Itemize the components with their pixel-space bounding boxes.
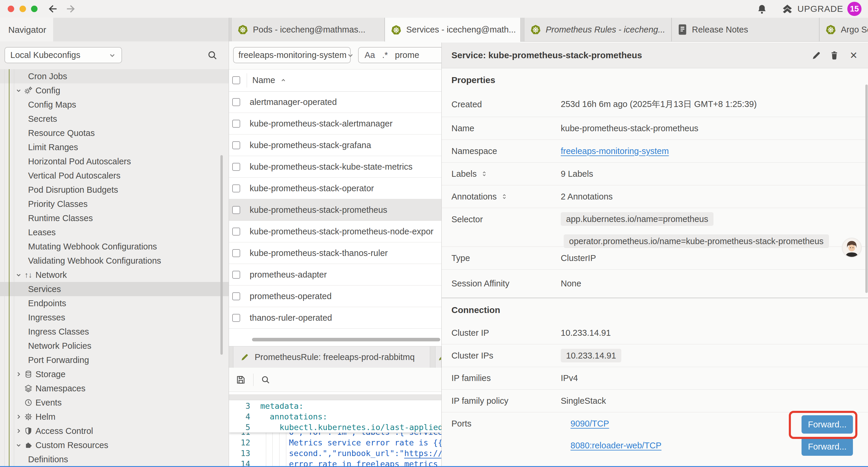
tab-release-notes[interactable]: Release Notes	[672, 18, 819, 41]
select-all-checkbox[interactable]	[232, 76, 240, 84]
sidebar-item-events[interactable]: Events	[0, 396, 229, 410]
sidebar-item-ingress-classes[interactable]: Ingress Classes	[0, 324, 229, 339]
regex-toggle[interactable]: .*	[382, 50, 388, 60]
sidebar-item-limit-ranges[interactable]: Limit Ranges	[0, 140, 229, 154]
port-link-9090[interactable]: 9090/TCP	[570, 419, 609, 429]
name-column-header[interactable]: Name	[252, 76, 275, 85]
editor-scroll-strip[interactable]	[229, 394, 441, 400]
delete-trash-icon[interactable]	[829, 50, 839, 60]
list-item[interactable]: prometheus-operated	[229, 286, 441, 307]
sidebar-item-leases[interactable]: Leases	[0, 225, 229, 239]
forward-button-8080[interactable]: Forward...	[802, 437, 853, 456]
chevron-down-icon[interactable]	[14, 271, 23, 279]
list-item[interactable]: kube-prometheus-stack-prometheus-node-ex…	[229, 221, 441, 242]
list-item[interactable]: kube-prometheus-stack-thanos-ruler	[229, 242, 441, 264]
tab-services[interactable]: Services - icecheng@math... ×	[385, 18, 521, 42]
row-checkbox[interactable]	[232, 314, 240, 322]
sidebar-item-port-forwarding[interactable]: Port Forwarding	[0, 353, 229, 367]
sidebar-item-definitions[interactable]: Definitions	[0, 452, 229, 466]
save-icon[interactable]	[236, 375, 246, 385]
sidebar-item-custom-resources[interactable]: Custom Resources	[0, 438, 229, 452]
namespace-select[interactable]: freeleaps-monitoring-system	[233, 47, 351, 63]
match-case-toggle[interactable]: Aa	[365, 50, 375, 60]
sidebar-item-services[interactable]: Services	[0, 282, 229, 296]
row-checkbox[interactable]	[232, 184, 240, 193]
sidebar-item-namespaces[interactable]: Namespaces	[0, 381, 229, 396]
close-panel-icon[interactable]: ×	[850, 49, 857, 61]
code-link[interactable]: https://net	[404, 449, 441, 458]
list-item[interactable]: thanos-ruler-operated	[229, 307, 441, 329]
zoom-window-button[interactable]	[31, 6, 37, 12]
sidebar-item-helm[interactable]: Helm	[0, 410, 229, 424]
tab-argo[interactable]: Argo Se	[819, 18, 868, 41]
row-checkbox[interactable]	[232, 271, 240, 279]
sidebar-item-resource-quotas[interactable]: Resource Quotas	[0, 126, 229, 140]
tab-navigator[interactable]: Navigator	[0, 18, 53, 42]
sidebar-item-pod-disruption-budgets[interactable]: Pod Disruption Budgets	[0, 183, 229, 197]
sidebar-item-config-maps[interactable]: Config Maps	[0, 97, 229, 112]
row-checkbox[interactable]	[232, 120, 240, 128]
list-item[interactable]: kube-prometheus-stack-alertmanager	[229, 113, 441, 135]
list-item[interactable]: prometheus-adapter	[229, 264, 441, 286]
list-item[interactable]: kube-prometheus-stack-operator	[229, 178, 441, 199]
expand-sort-icon[interactable]	[501, 193, 508, 200]
sidebar-item-horizontal-pod-autoscalers[interactable]: Horizontal Pod Autoscalers	[0, 154, 229, 169]
search-icon[interactable]	[207, 50, 218, 61]
list-item[interactable]: alertmanager-operated	[229, 91, 441, 113]
sidebar-item-priority-classes[interactable]: Priority Classes	[0, 197, 229, 211]
sidebar-item-config[interactable]: Config	[0, 83, 229, 97]
property-value[interactable]: 9 Labels	[561, 169, 868, 179]
notifications-bell-icon[interactable]	[756, 4, 768, 15]
sidebar-item-runtime-classes[interactable]: Runtime Classes	[0, 211, 229, 225]
sidebar-item-storage[interactable]: Storage	[0, 367, 229, 381]
row-checkbox[interactable]	[232, 206, 240, 214]
sidebar-item-validating-webhook-configurations[interactable]: Validating Webhook Configurations	[0, 254, 229, 268]
sidebar-item-access-control[interactable]: Access Control	[0, 424, 229, 438]
sidebar-item-network[interactable]: ↑↓ Network	[0, 268, 229, 282]
editor-tab-prometheusrule[interactable]: PrometheusRule: freeleaps-prod-rabbitmq	[233, 346, 430, 368]
sidebar-item-mutating-webhook-configurations[interactable]: Mutating Webhook Configurations	[0, 239, 229, 254]
row-checkbox[interactable]	[232, 292, 240, 300]
selector-chip[interactable]: operator.prometheus.io/name=kube-prometh…	[564, 234, 829, 248]
chevron-right-icon[interactable]	[14, 413, 23, 420]
kubeconfig-select[interactable]: Local Kubeconfigs	[4, 47, 122, 63]
edit-pencil-icon[interactable]	[812, 50, 822, 60]
search-input[interactable]: Aa .* prome	[358, 47, 441, 63]
property-value[interactable]: 2 Annotations	[561, 192, 868, 202]
list-item[interactable]: kube-prometheus-stack-grafana	[229, 135, 441, 156]
list-item[interactable]: kube-prometheus-stack-kube-state-metrics	[229, 156, 441, 178]
sidebar-item-ingresses[interactable]: Ingresses	[0, 310, 229, 324]
sidebar-item-vertical-pod-autoscalers[interactable]: Vertical Pod Autoscalers	[0, 169, 229, 183]
panel-scrollbar[interactable]	[865, 85, 868, 293]
close-window-button[interactable]	[8, 6, 14, 12]
row-checkbox[interactable]	[232, 141, 240, 149]
chevron-down-icon[interactable]	[14, 87, 23, 94]
assistant-avatar[interactable]	[842, 238, 862, 258]
chevron-right-icon[interactable]	[14, 427, 23, 435]
back-icon[interactable]	[47, 4, 58, 14]
sort-ascending-icon[interactable]	[280, 77, 287, 84]
cluster-ip-chip[interactable]: 10.233.14.91	[561, 349, 621, 362]
row-checkbox[interactable]	[232, 249, 240, 257]
horizontal-scrollbar[interactable]	[252, 338, 440, 341]
minimize-window-button[interactable]	[20, 6, 26, 12]
chevron-right-icon[interactable]	[14, 370, 23, 378]
sidebar-item-network-policies[interactable]: Network Policies	[0, 339, 229, 353]
port-link-8080[interactable]: 8080:reloader-web/TCP	[570, 441, 661, 450]
forward-icon[interactable]	[66, 4, 76, 14]
yaml-editor[interactable]: 3metadata: 4annotations: 5kubectl.kubern…	[229, 401, 441, 466]
sidebar-scrollbar[interactable]	[220, 155, 223, 355]
upgrade-button[interactable]: UPGRADE	[781, 3, 843, 15]
sidebar-item-endpoints[interactable]: Endpoints	[0, 296, 229, 310]
expand-sort-icon[interactable]	[481, 170, 488, 177]
selector-chip[interactable]: app.kubernetes.io/name=prometheus	[561, 212, 713, 226]
chevron-down-icon[interactable]	[14, 441, 23, 449]
sidebar-item-secrets[interactable]: Secrets	[0, 112, 229, 126]
tab-prometheus-rules[interactable]: Prometheus Rules - icecheng...	[524, 18, 672, 41]
namespace-link[interactable]: freeleaps-monitoring-system	[561, 146, 669, 156]
editor-search-icon[interactable]	[260, 375, 271, 385]
list-item-selected[interactable]: kube-prometheus-stack-prometheus	[229, 199, 441, 221]
editor-tab-partial[interactable]	[435, 346, 441, 368]
sidebar-item-cron-jobs[interactable]: Cron Jobs	[0, 69, 229, 83]
row-checkbox[interactable]	[232, 163, 240, 171]
